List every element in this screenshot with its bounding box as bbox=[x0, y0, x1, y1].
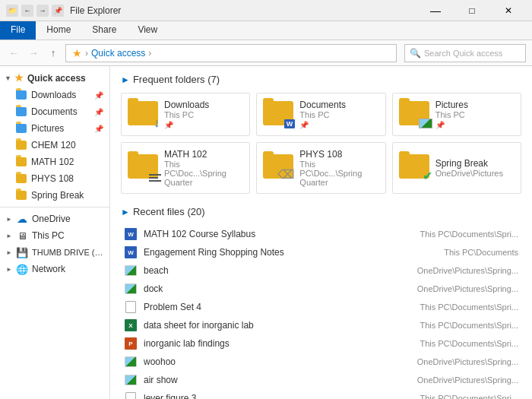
springbreak-card-location: OneDrive\Pictures bbox=[435, 169, 515, 178]
network-icon: 🌐 bbox=[16, 263, 28, 275]
forward-history-icon[interactable]: → bbox=[36, 5, 49, 17]
path-end-separator: › bbox=[148, 48, 151, 59]
file-name-5: Problem Set 4 bbox=[144, 302, 413, 312]
documents-card-location: This PC bbox=[299, 110, 378, 119]
quick-access-icon: 📁 bbox=[6, 5, 18, 17]
pictures-card-pin: 📌 bbox=[435, 121, 515, 129]
file-name-6: data sheet for inorganic lab bbox=[144, 320, 413, 331]
recent-file-item-7[interactable]: P inorganic lab findings This PC\Documen… bbox=[121, 334, 521, 353]
tab-home[interactable]: Home bbox=[36, 21, 81, 40]
tab-view[interactable]: View bbox=[127, 21, 168, 40]
recent-file-item-10[interactable]: lever figure 3 This PC\Documents\Spri... bbox=[121, 389, 521, 399]
up-button[interactable]: ↑ bbox=[46, 46, 61, 61]
file-path-7: This PC\Documents\Spri... bbox=[420, 339, 518, 348]
recent-file-item-2[interactable]: W Engagement Ring Shopping Notes This PC… bbox=[121, 243, 521, 261]
sidebar-item-chem120[interactable]: CHEM 120 bbox=[0, 137, 109, 154]
file-icon-4 bbox=[124, 282, 138, 296]
sidebar-item-thispc[interactable]: ► 🖥 This PC bbox=[0, 227, 109, 244]
file-path-8: OneDrive\Pictures\Spring... bbox=[417, 357, 518, 366]
close-button[interactable]: ✕ bbox=[491, 3, 526, 18]
documents-card-info: Documents This PC 📌 bbox=[299, 100, 378, 129]
sidebar-item-network[interactable]: ► 🌐 Network bbox=[0, 261, 109, 277]
chevron-thumbdrive-icon: ► bbox=[6, 249, 14, 256]
file-path-1: This PC\Documents\Spri... bbox=[420, 230, 518, 239]
folder-grid: ↓ Downloads This PC 📌 W Documents This P… bbox=[121, 93, 521, 194]
quick-access-header[interactable]: ▼ ★ Quick access bbox=[0, 69, 109, 87]
file-icon-10 bbox=[124, 391, 138, 399]
folder-card-downloads[interactable]: ↓ Downloads This PC 📌 bbox=[121, 93, 250, 136]
recent-file-item-4[interactable]: dock OneDrive\Pictures\Spring... bbox=[121, 280, 521, 298]
folder-card-pictures[interactable]: Pictures This PC 📌 bbox=[392, 93, 521, 136]
maximize-button[interactable]: □ bbox=[454, 3, 489, 18]
recent-file-item-8[interactable]: woohoo OneDrive\Pictures\Spring... bbox=[121, 353, 521, 371]
back-button[interactable]: ← bbox=[6, 46, 21, 61]
thispc-icon: 🖥 bbox=[16, 230, 28, 242]
sidebar-item-phys108[interactable]: PHYS 108 bbox=[0, 170, 109, 187]
search-bar[interactable]: 🔍 Search Quick access bbox=[404, 44, 526, 62]
file-path-3: OneDrive\Pictures\Spring... bbox=[417, 266, 518, 275]
phys108-card-location: This PC\Doc...\Spring Quarter bbox=[299, 160, 378, 187]
title-bar-icons: 📁 ← → 📌 bbox=[6, 5, 64, 17]
file-path-10: This PC\Documents\Spri... bbox=[420, 394, 518, 399]
star-icon: ★ bbox=[72, 47, 82, 59]
sidebar-item-thumbdrive[interactable]: ► 💾 THUMB DRIVE (Z:) bbox=[0, 244, 109, 261]
sidebar-item-pictures[interactable]: Pictures 📌 bbox=[0, 120, 109, 137]
recent-file-item-6[interactable]: X data sheet for inorganic lab This PC\D… bbox=[121, 316, 521, 334]
file-name-10: lever figure 3 bbox=[144, 393, 413, 399]
sidebar-pictures-label: Pictures bbox=[31, 123, 64, 134]
search-icon: 🔍 bbox=[410, 48, 421, 59]
tab-share[interactable]: Share bbox=[81, 21, 127, 40]
onedrive-icon: ☁ bbox=[16, 213, 28, 225]
sidebar-onedrive-label: OneDrive bbox=[32, 214, 71, 224]
address-bar: ← → ↑ ★ › Quick access › 🔍 Search Quick … bbox=[0, 40, 532, 66]
phys108-card-info: PHYS 108 This PC\Doc...\Spring Quarter bbox=[299, 149, 378, 187]
pictures-card-info: Pictures This PC 📌 bbox=[435, 100, 515, 129]
chevron-network-icon: ► bbox=[6, 266, 14, 273]
recent-file-item-5[interactable]: Problem Set 4 This PC\Documents\Spri... bbox=[121, 298, 521, 316]
sidebar-thumbdrive-label: THUMB DRIVE (Z:) bbox=[32, 248, 103, 257]
thumbdrive-icon: 💾 bbox=[16, 246, 28, 258]
sidebar-item-downloads[interactable]: Downloads 📌 bbox=[0, 87, 109, 103]
folder-card-documents[interactable]: W Documents This PC 📌 bbox=[256, 93, 385, 136]
back-history-icon[interactable]: ← bbox=[21, 5, 33, 17]
folder-card-phys108[interactable]: ⌫ PHYS 108 This PC\Doc...\Spring Quarter bbox=[256, 142, 385, 194]
path-quick-access[interactable]: Quick access bbox=[91, 48, 145, 59]
sidebar-item-math102[interactable]: MATH 102 bbox=[0, 154, 109, 170]
math102-card-name: MATH 102 bbox=[164, 149, 243, 160]
ribbon: File Home Share View bbox=[0, 21, 532, 40]
address-path[interactable]: ★ › Quick access › bbox=[65, 44, 397, 62]
minimize-button[interactable]: — bbox=[418, 3, 453, 18]
sidebar-thispc-label: This PC bbox=[32, 230, 65, 241]
folder-card-math102[interactable]: MATH 102 This PC\Doc...\Spring Quarter bbox=[121, 142, 250, 194]
section-arrow-recent-icon: ► bbox=[121, 207, 130, 217]
recent-file-item-3[interactable]: beach OneDrive\Pictures\Spring... bbox=[121, 261, 521, 280]
downloads-card-pin: 📌 bbox=[164, 121, 243, 129]
file-icon-8 bbox=[124, 355, 138, 369]
recent-file-item-9[interactable]: air show OneDrive\Pictures\Spring... bbox=[121, 371, 521, 389]
documents-card-name: Documents bbox=[299, 100, 378, 110]
pin-downloads-icon: 📌 bbox=[94, 91, 103, 100]
forward-button[interactable]: → bbox=[26, 46, 41, 61]
file-icon-5 bbox=[124, 300, 138, 314]
path-separator: › bbox=[85, 48, 88, 59]
file-name-8: woohoo bbox=[144, 356, 411, 367]
file-name-4: dock bbox=[144, 283, 411, 294]
file-path-9: OneDrive\Pictures\Spring... bbox=[417, 375, 518, 385]
file-icon-6: X bbox=[124, 318, 138, 332]
documents-card-pin: 📌 bbox=[299, 121, 378, 129]
folder-pictures-icon bbox=[15, 122, 27, 135]
pin-icon[interactable]: 📌 bbox=[52, 5, 64, 17]
tab-file[interactable]: File bbox=[0, 21, 36, 40]
recent-files-title: Recent files (20) bbox=[133, 206, 205, 217]
sidebar-item-springbreak[interactable]: Spring Break bbox=[0, 187, 109, 204]
file-name-1: MATH 102 Course Syllabus bbox=[144, 229, 413, 239]
sidebar-item-documents[interactable]: Documents 📌 bbox=[0, 103, 109, 120]
file-name-9: air show bbox=[144, 375, 411, 385]
folder-card-springbreak[interactable]: ✔ Spring Break OneDrive\Pictures bbox=[392, 142, 521, 194]
sidebar-star-icon: ★ bbox=[14, 72, 24, 84]
downloads-card-icon: ↓ bbox=[128, 101, 158, 128]
recent-file-item-1[interactable]: W MATH 102 Course Syllabus This PC\Docum… bbox=[121, 225, 521, 243]
sidebar-item-onedrive[interactable]: ► ☁ OneDrive bbox=[0, 211, 109, 227]
file-path-2: This PC\Documents bbox=[444, 248, 518, 257]
search-placeholder: Search Quick access bbox=[424, 49, 502, 58]
